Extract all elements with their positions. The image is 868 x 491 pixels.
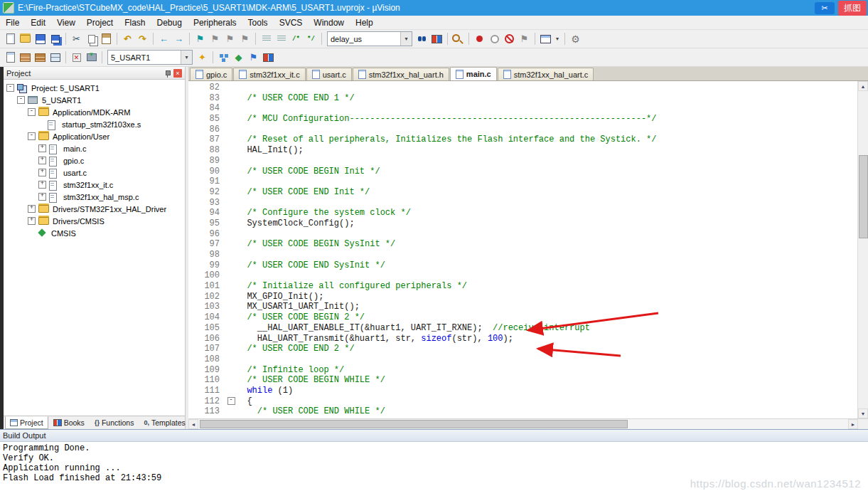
find-combo-dropdown-icon[interactable]: ▾ xyxy=(400,32,412,46)
flash-config-icon[interactable]: ⚑ xyxy=(247,51,260,64)
tree-expander-icon[interactable]: + xyxy=(38,193,46,201)
tree-item[interactable]: +Drivers/STM32F1xx_HAL_Driver xyxy=(4,203,185,215)
tree-item[interactable]: startup_stm32f103xe.s xyxy=(4,118,185,130)
bookmark-toggle-icon[interactable]: ⚑ xyxy=(193,32,207,46)
vscroll-track[interactable] xyxy=(858,91,868,408)
undo-icon[interactable]: ↶ xyxy=(121,32,134,46)
new-file-icon[interactable] xyxy=(4,32,17,46)
tree-expander-icon[interactable]: + xyxy=(38,181,46,189)
tree-item[interactable]: -5_USART1 xyxy=(4,94,185,106)
panel-tab-templates[interactable]: 0,Templates xyxy=(139,416,190,429)
redo-icon[interactable]: ↷ xyxy=(136,32,149,46)
tree-item[interactable]: -Project: 5_USART1 xyxy=(4,82,185,94)
editor-tab-stm32f1xx_hal_uart.h[interactable]: stm32f1xx_hal_uart.h xyxy=(353,68,449,80)
panel-tab-project[interactable]: Project xyxy=(5,416,48,429)
tree-expander-icon[interactable]: - xyxy=(28,108,36,116)
menu-project[interactable]: Project xyxy=(81,18,119,28)
uncomment-icon[interactable]: */ xyxy=(304,32,318,46)
open-file-icon[interactable] xyxy=(18,32,32,46)
code-area[interactable]: 8283 /* USER CODE END 1 */8485 /* MCU Co… xyxy=(188,81,857,418)
editor-tab-stm32f1xx_hal_uart.c[interactable]: stm32f1xx_hal_uart.c xyxy=(498,68,594,80)
tree-item[interactable]: +stm32f1xx_hal_msp.c xyxy=(4,191,185,203)
editor-tab-gpio.c[interactable]: gpio.c xyxy=(190,68,232,80)
book-icon[interactable] xyxy=(430,32,444,46)
download-icon[interactable] xyxy=(85,51,98,64)
tree-item[interactable]: +Drivers/CMSIS xyxy=(4,215,185,227)
cut-icon[interactable]: ✂ xyxy=(70,32,83,46)
copy-icon[interactable] xyxy=(85,32,98,46)
close-panel-icon[interactable]: × xyxy=(173,69,182,78)
menu-window[interactable]: Window xyxy=(308,18,350,28)
hscroll-thumb[interactable] xyxy=(200,420,628,428)
tree-expander-icon[interactable]: + xyxy=(38,144,46,152)
translate-icon[interactable] xyxy=(4,51,17,64)
editor-tab-stm32f1xx_it.c[interactable]: stm32f1xx_it.c xyxy=(233,68,305,80)
outdent-icon[interactable] xyxy=(274,32,288,46)
find-combo[interactable]: delay_us▾ xyxy=(327,31,412,46)
menu-file[interactable]: File xyxy=(0,18,25,28)
manage-components-icon[interactable] xyxy=(217,51,230,64)
target-combo[interactable]: 5_USART1▾ xyxy=(107,50,193,65)
tree-expander-icon[interactable]: + xyxy=(38,157,46,164)
target-combo-dropdown-icon[interactable]: ▾ xyxy=(181,51,192,64)
tree-expander-icon[interactable]: + xyxy=(28,217,36,225)
editor-tab-usart.c[interactable]: usart.c xyxy=(306,68,352,80)
find-icon[interactable] xyxy=(451,32,465,46)
configure-icon[interactable]: ⚙ xyxy=(569,32,582,46)
menu-debug[interactable]: Debug xyxy=(151,18,188,28)
books-icon[interactable] xyxy=(262,51,275,64)
tree-expander-icon[interactable]: + xyxy=(38,169,46,176)
menu-view[interactable]: View xyxy=(51,18,81,28)
navigate-back-icon[interactable]: ← xyxy=(157,32,171,46)
save-all-icon[interactable] xyxy=(48,32,62,46)
tree-item[interactable]: +main.c xyxy=(4,142,185,154)
editor-tab-main.c[interactable]: main.c xyxy=(450,67,497,80)
save-icon[interactable] xyxy=(33,32,47,46)
target-options-icon[interactable]: ✦ xyxy=(195,51,209,64)
hscroll-track[interactable] xyxy=(198,419,848,429)
tree-expander-icon[interactable]: + xyxy=(28,205,36,213)
menu-edit[interactable]: Edit xyxy=(25,18,51,28)
breakpoint-enable-all-icon[interactable]: ⚑ xyxy=(518,32,531,46)
vertical-scrollbar[interactable]: ▲ ▼ xyxy=(857,81,868,418)
vscroll-thumb[interactable] xyxy=(859,155,868,238)
bookmark-next-icon[interactable]: ⚑ xyxy=(223,32,237,46)
breakpoint-disable-icon[interactable] xyxy=(488,32,501,46)
menu-svcs[interactable]: SVCS xyxy=(274,18,309,28)
breakpoint-icon[interactable] xyxy=(473,32,486,46)
fold-icon[interactable]: - xyxy=(227,397,235,405)
capture-tool-icon[interactable]: ✂ xyxy=(815,2,835,14)
rebuild-icon[interactable] xyxy=(33,51,47,64)
window-layout-icon[interactable] xyxy=(539,32,552,46)
stop-build-icon[interactable] xyxy=(70,51,83,64)
tree-item[interactable]: -Application/MDK-ARM xyxy=(4,106,185,118)
indent-icon[interactable] xyxy=(259,32,273,46)
paste-icon[interactable] xyxy=(100,32,113,46)
comment-icon[interactable]: /* xyxy=(289,32,303,46)
tree-expander-icon[interactable]: - xyxy=(17,96,25,104)
batch-build-icon[interactable] xyxy=(48,51,62,64)
menu-flash[interactable]: Flash xyxy=(119,18,151,28)
run-time-environment-icon[interactable]: ◆ xyxy=(232,51,245,64)
tree-item[interactable]: -Application/User xyxy=(4,130,185,142)
panel-tab-books[interactable]: Books xyxy=(48,416,90,429)
tree-item[interactable]: +usart.c xyxy=(4,167,185,179)
capture-button[interactable]: 抓图 xyxy=(838,1,867,16)
tree-item[interactable]: +gpio.c xyxy=(4,154,185,167)
menu-tools[interactable]: Tools xyxy=(242,18,274,28)
build-icon[interactable] xyxy=(18,51,32,64)
pin-icon[interactable] xyxy=(164,70,171,77)
scroll-left-icon[interactable]: ◄ xyxy=(188,419,198,429)
scroll-down-icon[interactable]: ▼ xyxy=(858,408,868,418)
bookmark-clear-icon[interactable]: ⚑ xyxy=(238,32,252,46)
tree-expander-icon[interactable]: - xyxy=(6,84,14,92)
bookmark-prev-icon[interactable]: ⚑ xyxy=(208,32,222,46)
find-in-files-icon[interactable] xyxy=(415,32,429,46)
menu-help[interactable]: Help xyxy=(350,18,379,28)
scroll-right-icon[interactable]: ► xyxy=(848,419,858,429)
horizontal-scrollbar[interactable]: ◄ ► xyxy=(188,418,868,429)
tree-item[interactable]: +stm32f1xx_it.c xyxy=(4,179,185,191)
navigate-forward-icon[interactable]: → xyxy=(172,32,186,46)
panel-tab-functions[interactable]: {}Functions xyxy=(90,416,139,429)
breakpoint-kill-icon[interactable] xyxy=(503,32,516,46)
